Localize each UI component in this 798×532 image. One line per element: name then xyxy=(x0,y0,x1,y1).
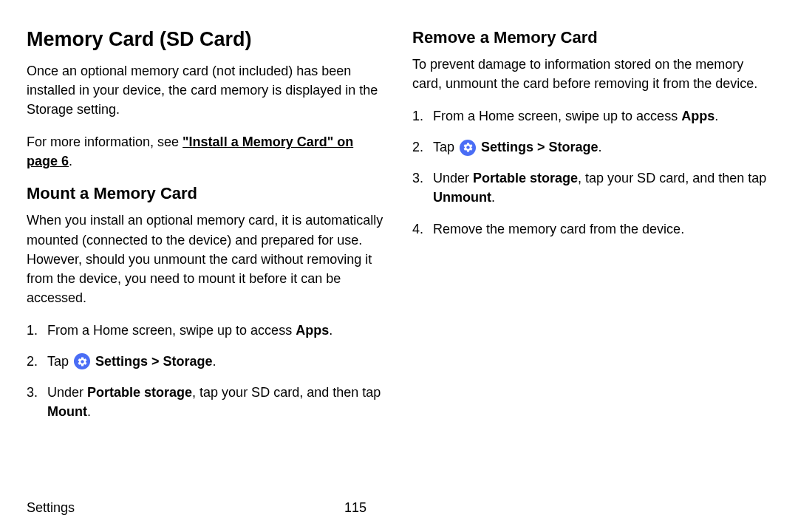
step-suffix: . xyxy=(715,109,718,123)
remove-step-2: Tap Settings > Storage. xyxy=(412,137,771,157)
remove-steps: From a Home screen, swipe up to access A… xyxy=(412,106,771,238)
step-bold: Apps xyxy=(296,323,329,338)
step-suffix: . xyxy=(598,140,602,154)
step-bold: Settings > Storage xyxy=(95,354,213,369)
step-text: Tap xyxy=(433,140,458,154)
mount-step-2: Tap Settings > Storage. xyxy=(27,352,386,371)
mount-steps: From a Home screen, swipe up to access A… xyxy=(27,321,386,421)
settings-gear-icon xyxy=(460,140,476,156)
step-mid: , tap your SD card, and then tap xyxy=(192,385,381,400)
remove-step-4: Remove the memory card from the device. xyxy=(412,219,771,239)
page-footer: Settings 115 xyxy=(27,500,771,516)
left-column: Memory Card (SD Card) Once an optional m… xyxy=(27,28,386,437)
step-mid: , tap your SD card, and then tap xyxy=(578,171,766,185)
step-suffix: . xyxy=(329,323,332,338)
step-bold: Unmount xyxy=(433,190,491,205)
remove-step-3: Under Portable storage, tap your SD card… xyxy=(412,168,771,207)
mount-step-3: Under Portable storage, tap your SD card… xyxy=(27,383,386,421)
step-bold: Apps xyxy=(681,109,715,123)
step-text: Tap xyxy=(47,354,72,369)
more-info-paragraph: For more information, see "Install a Mem… xyxy=(27,132,386,171)
page-number: 115 xyxy=(344,500,366,516)
main-heading: Memory Card (SD Card) xyxy=(27,28,386,51)
step-bold: Portable storage xyxy=(473,171,578,185)
step-text: From a Home screen, swipe up to access xyxy=(47,323,296,338)
step-text: From a Home screen, swipe up to access xyxy=(433,109,681,123)
step-bold: Portable storage xyxy=(87,385,192,400)
intro-paragraph: Once an optional memory card (not includ… xyxy=(27,61,386,119)
more-info-prefix: For more information, see xyxy=(27,134,183,149)
step-bold: Settings > Storage xyxy=(481,140,598,154)
step-suffix: . xyxy=(491,190,495,205)
step-suffix: . xyxy=(213,354,216,369)
remove-step-1: From a Home screen, swipe up to access A… xyxy=(412,106,771,126)
settings-gear-icon xyxy=(74,353,90,369)
step-bold: Mount xyxy=(47,404,87,419)
remove-heading: Remove a Memory Card xyxy=(412,28,771,47)
mount-step-1: From a Home screen, swipe up to access A… xyxy=(27,321,386,340)
remove-body: To prevent damage to information stored … xyxy=(412,55,771,93)
mount-body: When you install an optional memory card… xyxy=(27,211,386,307)
footer-section-label: Settings xyxy=(27,500,344,516)
remove-section: Remove a Memory Card To prevent damage t… xyxy=(412,28,771,239)
step-text: Under xyxy=(433,171,473,185)
more-info-suffix: . xyxy=(69,154,72,168)
step-suffix: . xyxy=(87,404,91,419)
mount-heading: Mount a Memory Card xyxy=(27,184,386,203)
mount-section: Mount a Memory Card When you install an … xyxy=(27,184,386,421)
step-text: Under xyxy=(47,385,87,400)
right-column: Remove a Memory Card To prevent damage t… xyxy=(412,28,771,437)
